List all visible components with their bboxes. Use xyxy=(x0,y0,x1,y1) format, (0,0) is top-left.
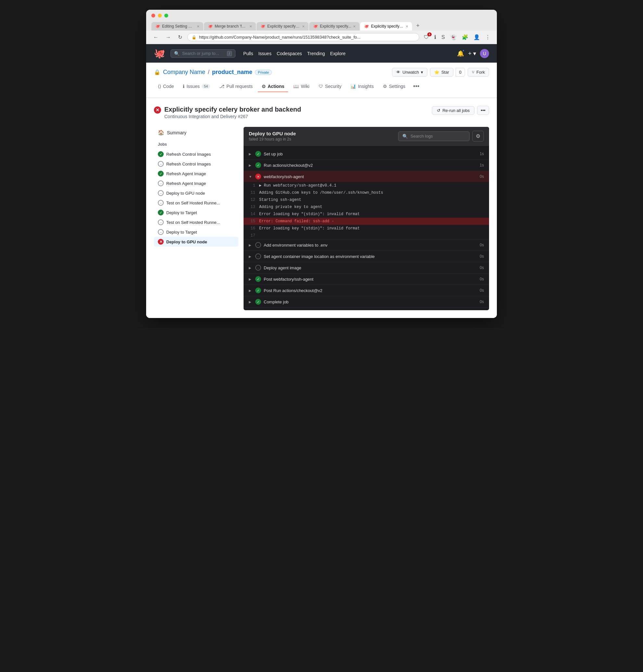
job-item-job2[interactable]: –Refresh Control Images xyxy=(154,159,238,169)
step-header-step5[interactable]: ▶ – Set agent container image location a… xyxy=(244,251,489,262)
log-line-num: 15 xyxy=(244,219,259,224)
log-line-text: Error loading key "(stdin)": invalid for… xyxy=(259,225,360,231)
repo-nav-more[interactable]: ••• xyxy=(411,80,422,92)
workflow-header: ✕ Explicitly specify celery broker and b… xyxy=(154,106,489,119)
tab-close-tab2[interactable]: ✕ xyxy=(250,25,252,28)
notifications-button[interactable]: 🔔 xyxy=(457,50,464,57)
back-button[interactable]: ← xyxy=(151,34,160,41)
profile-button[interactable]: 👤 xyxy=(472,34,481,41)
tab-label: Explicitly specify c... xyxy=(267,24,300,28)
user-avatar[interactable]: U xyxy=(480,49,489,58)
repo-owner-link[interactable]: Company Name xyxy=(163,69,205,76)
settings-nav-label: Settings xyxy=(389,84,405,89)
forward-button[interactable]: → xyxy=(164,34,173,41)
new-item-button[interactable]: + ▾ xyxy=(468,50,476,57)
job-item-job1[interactable]: ✓Refresh Control Images xyxy=(154,149,238,159)
summary-link[interactable]: 🏠 Summary xyxy=(154,127,238,138)
browser-tab-tab5[interactable]: 🐙Explicitly specify c...✕ xyxy=(360,22,412,30)
step-header-step9[interactable]: ▶ ✓ Complete job 0s xyxy=(244,296,489,307)
log-settings-button[interactable]: ⚙ xyxy=(472,131,484,141)
more-button[interactable]: ⋮ xyxy=(484,34,492,41)
job-item-job5[interactable]: –Deploy to GPU node xyxy=(154,188,238,198)
repo-nav-actions[interactable]: ⊙Actions xyxy=(258,81,288,92)
tab-close-tab4[interactable]: ✕ xyxy=(353,25,355,28)
github-logo[interactable]: 🐙 xyxy=(154,48,165,59)
address-bar[interactable]: 🔒 https://github.com/Company-Name/produc… xyxy=(187,33,419,41)
step-header-step3[interactable]: ▼ ✕ webfactory/ssh-agent 0s xyxy=(244,171,489,182)
repo-name-link[interactable]: product_name xyxy=(212,69,252,76)
extension-info-button[interactable]: ℹ xyxy=(433,34,437,41)
search-input[interactable] xyxy=(182,51,225,56)
log-line: 15Error: Command failed: ssh-add - xyxy=(244,218,489,225)
repo-nav-settings[interactable]: ⚙Settings xyxy=(379,81,410,92)
nav-link-codespaces[interactable]: Codespaces xyxy=(277,51,302,56)
pullrequests-nav-label: Pull requests xyxy=(226,84,253,89)
close-button[interactable] xyxy=(151,14,155,17)
log-line: 16Error loading key "(stdin)": invalid f… xyxy=(244,225,489,232)
tab-label: Explicitly specify... xyxy=(320,24,351,28)
nav-link-issues[interactable]: Issues xyxy=(258,51,271,56)
tab-favicon: 🐙 xyxy=(313,24,318,28)
browser-tab-tab2[interactable]: 🐙Merge branch 'fea...✕ xyxy=(204,22,256,30)
nav-link-explore[interactable]: Explore xyxy=(330,51,345,56)
reload-button[interactable]: ↻ xyxy=(176,34,184,41)
step-name-step8: Post Run actions/checkout@v2 xyxy=(264,288,477,293)
extension-s-button[interactable]: S xyxy=(440,34,446,41)
fork-button[interactable]: ⑂ Fork xyxy=(468,68,489,77)
step-time-step2: 1s xyxy=(480,163,484,167)
unwatch-button[interactable]: 👁 Unwatch ▾ xyxy=(392,68,427,77)
repo-nav-issues[interactable]: ℹIssues54 xyxy=(179,81,214,92)
tab-close-tab5[interactable]: ✕ xyxy=(405,25,408,28)
job-item-job3[interactable]: ✓Refresh Agent Image xyxy=(154,169,238,178)
tab-close-tab1[interactable]: ✕ xyxy=(197,25,199,28)
job-item-job4[interactable]: –Refresh Agent Image xyxy=(154,178,238,188)
browser-tab-tab3[interactable]: 🐙Explicitly specify c...✕ xyxy=(257,22,308,30)
step-name-step7: Post webfactory/ssh-agent xyxy=(264,277,477,282)
star-count[interactable]: 0 xyxy=(456,68,465,77)
step-header-step8[interactable]: ▶ ✓ Post Run actions/checkout@v2 0s xyxy=(244,285,489,296)
log-search-input[interactable] xyxy=(411,134,459,139)
repo-nav-insights[interactable]: 📊Insights xyxy=(347,81,377,92)
browser-tab-tab4[interactable]: 🐙Explicitly specify...✕ xyxy=(309,22,360,30)
repo-nav-security[interactable]: 🛡Security xyxy=(315,81,345,92)
step-header-step6[interactable]: ▶ – Deploy agent image 0s xyxy=(244,262,489,273)
repo-nav-wiki[interactable]: 📖Wiki xyxy=(289,81,313,92)
log-panel: Deploy to GPU node failed 19 hours ago i… xyxy=(244,127,489,310)
log-step-step7: ▶ ✓ Post webfactory/ssh-agent 0s xyxy=(244,274,489,285)
new-tab-button[interactable]: + xyxy=(413,21,423,30)
job-item-job7[interactable]: ✓Deploy to Target xyxy=(154,208,238,217)
nav-link-pulls[interactable]: Pulls xyxy=(243,51,253,56)
job-item-job10[interactable]: ✕Deploy to GPU node xyxy=(154,237,238,247)
step-header-step2[interactable]: ▶ ✓ Run actions/checkout@v2 1s xyxy=(244,160,489,171)
github-search[interactable]: 🔍 / xyxy=(170,49,235,58)
step-time-step3: 0s xyxy=(480,174,484,179)
nav-link-trending[interactable]: Trending xyxy=(307,51,325,56)
tab-label: Editing Setting Up... xyxy=(162,24,195,28)
job-item-job8[interactable]: –Test on Self Hosted Runne... xyxy=(154,217,238,227)
log-title: Deploy to GPU node xyxy=(249,131,296,136)
step-status-skip: – xyxy=(255,265,261,271)
repo-nav-code[interactable]: ⟨⟩Code xyxy=(154,81,178,92)
workflow-more-button[interactable]: ••• xyxy=(477,106,489,115)
minimize-button[interactable] xyxy=(158,14,162,17)
security-nav-icon: 🛡 xyxy=(318,84,323,89)
extension-shield-button[interactable]: 🛡 6 xyxy=(423,34,430,41)
job-item-job6[interactable]: –Test on Self Hosted Runne... xyxy=(154,198,238,208)
step-header-step1[interactable]: ▶ ✓ Set up job 1s xyxy=(244,148,489,159)
tab-close-tab3[interactable]: ✕ xyxy=(302,25,305,28)
extensions-button[interactable]: 🧩 xyxy=(461,34,470,41)
log-search[interactable]: 🔍 xyxy=(398,132,470,141)
maximize-button[interactable] xyxy=(164,14,168,17)
step-header-step4[interactable]: ▶ – Add environment variables to .env 0s xyxy=(244,239,489,250)
star-button[interactable]: ⭐ Star xyxy=(430,68,453,77)
repo-nav-pullrequests[interactable]: ⎇Pull requests xyxy=(215,81,257,92)
step-time-step7: 0s xyxy=(480,277,484,281)
rerun-button[interactable]: ↺ Re-run all jobs xyxy=(432,106,474,115)
job-label: Refresh Agent Image xyxy=(166,181,206,186)
job-item-job9[interactable]: –Deploy to Target xyxy=(154,227,238,237)
step-time-step8: 0s xyxy=(480,288,484,293)
log-line-num: 12 xyxy=(244,197,259,203)
browser-tab-tab1[interactable]: 🐙Editing Setting Up...✕ xyxy=(151,22,203,30)
step-header-step7[interactable]: ▶ ✓ Post webfactory/ssh-agent 0s xyxy=(244,274,489,285)
extension-ghost-button[interactable]: 👻 xyxy=(449,34,458,41)
